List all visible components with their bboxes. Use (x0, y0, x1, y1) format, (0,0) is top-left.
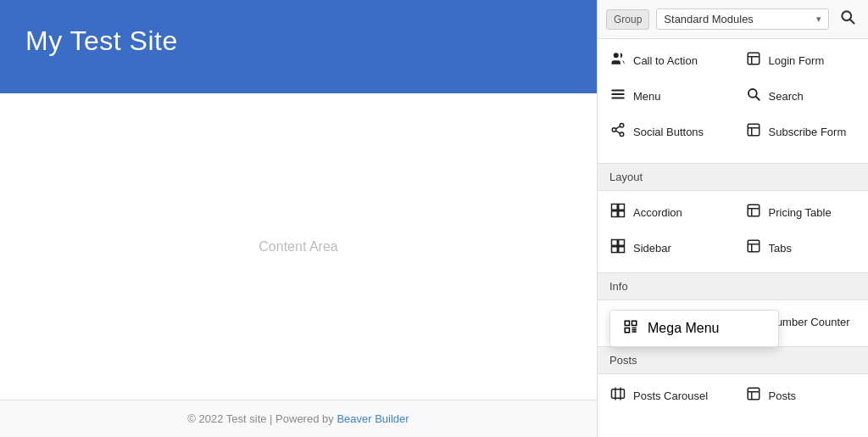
module-posts[interactable]: Posts (733, 378, 869, 413)
svg-rect-21 (625, 328, 629, 333)
mega-menu-icon (622, 319, 639, 338)
module-accordion[interactable]: Accordion (598, 194, 733, 230)
svg-rect-35 (619, 247, 625, 253)
layout-section-header: Layout (598, 163, 868, 191)
panel-topbar: Group Standard Modules ▾ (598, 0, 868, 39)
svg-rect-36 (748, 240, 760, 252)
module-login-form-label: Login Form (769, 54, 825, 67)
chevron-down-icon: ▾ (816, 14, 821, 25)
mega-menu-popup[interactable]: Mega Menu (609, 310, 779, 347)
svg-rect-28 (619, 211, 625, 217)
module-sidebar[interactable]: Sidebar (598, 230, 733, 266)
module-menu-label: Menu (633, 90, 661, 103)
module-posts-carousel-label: Posts Carousel (633, 389, 708, 402)
module-social-buttons[interactable]: Social Buttons (598, 114, 733, 149)
svg-rect-16 (748, 124, 760, 136)
module-pricing-table[interactable]: Pricing Table (733, 194, 869, 230)
svg-rect-33 (619, 240, 625, 246)
svg-line-10 (755, 97, 759, 100)
svg-rect-32 (612, 240, 618, 246)
module-call-to-action-label: Call to Action (633, 54, 698, 67)
posts-section-label: Posts (609, 354, 637, 367)
content-area-label: Content Area (259, 239, 337, 255)
sidebar-icon (609, 238, 626, 257)
svg-rect-3 (748, 53, 760, 64)
info-section-header: Info (598, 272, 868, 300)
search-module-icon (745, 87, 762, 105)
module-pricing-table-label: Pricing Table (769, 206, 832, 219)
basic-modules-grid: Call to Action Login Form Menu (598, 39, 868, 153)
info-section-label: Info (609, 280, 628, 293)
site-title: My Test Site (25, 25, 571, 57)
layout-modules-grid: Accordion Pricing Table Sidebar (598, 191, 868, 269)
group-selector[interactable]: Standard Modules ▾ (656, 8, 829, 30)
accordion-icon (609, 203, 626, 221)
svg-rect-34 (612, 247, 618, 253)
module-tabs[interactable]: Tabs (733, 230, 869, 266)
footer-text: © 2022 Test site | Powered by (187, 412, 337, 425)
search-button[interactable] (836, 7, 860, 31)
mega-menu-label: Mega Menu (648, 321, 720, 336)
posts-icon (745, 386, 762, 405)
module-sidebar-label: Sidebar (633, 242, 671, 255)
modules-list: Call to Action Login Form Menu (598, 39, 868, 417)
subscribe-form-icon (745, 122, 762, 141)
svg-rect-43 (612, 389, 625, 399)
module-subscribe-form-label: Subscribe Form (769, 126, 847, 138)
module-posts-carousel[interactable]: Posts Carousel (598, 378, 733, 413)
content-area: Content Area (0, 93, 597, 400)
module-subscribe-form[interactable]: Subscribe Form (733, 114, 869, 149)
posts-carousel-icon (609, 386, 626, 405)
tabs-icon (745, 238, 762, 257)
svg-line-15 (615, 126, 620, 129)
svg-rect-29 (748, 204, 760, 216)
site-header: My Test Site (0, 0, 597, 93)
module-login-form[interactable]: Login Form (733, 42, 869, 78)
site-footer: © 2022 Test site | Powered by Beaver Bui… (0, 400, 597, 437)
menu-icon (609, 87, 626, 105)
module-social-buttons-label: Social Buttons (633, 126, 704, 138)
posts-modules-grid: Posts Carousel Posts (598, 374, 868, 417)
social-buttons-icon (609, 122, 626, 141)
module-tabs-label: Tabs (769, 242, 792, 255)
call-to-action-icon (609, 51, 626, 70)
svg-line-14 (615, 131, 620, 133)
svg-line-1 (850, 20, 854, 24)
svg-rect-25 (612, 204, 618, 210)
module-number-counter-label: Number Counter (769, 316, 850, 328)
main-area: My Test Site Content Area © 2022 Test si… (0, 0, 597, 437)
group-label: Group (606, 9, 649, 30)
module-menu[interactable]: Menu (598, 78, 733, 114)
right-panel: Group Standard Modules ▾ Call to Action (597, 0, 868, 437)
layout-section-label: Layout (609, 171, 643, 183)
posts-section-header: Posts (598, 346, 868, 374)
svg-point-2 (614, 53, 619, 58)
pricing-table-icon (745, 203, 762, 221)
module-search-label: Search (769, 90, 804, 103)
svg-rect-26 (619, 204, 625, 210)
module-posts-label: Posts (769, 389, 797, 402)
group-select-value: Standard Modules (664, 13, 754, 25)
svg-rect-20 (632, 321, 637, 325)
svg-rect-27 (612, 211, 618, 217)
svg-rect-19 (625, 321, 629, 325)
login-form-icon (745, 51, 762, 70)
svg-rect-46 (748, 388, 760, 400)
footer-link[interactable]: Beaver Builder (337, 412, 409, 425)
module-search[interactable]: Search (733, 78, 869, 114)
module-accordion-label: Accordion (633, 206, 682, 219)
module-call-to-action[interactable]: Call to Action (598, 42, 733, 78)
